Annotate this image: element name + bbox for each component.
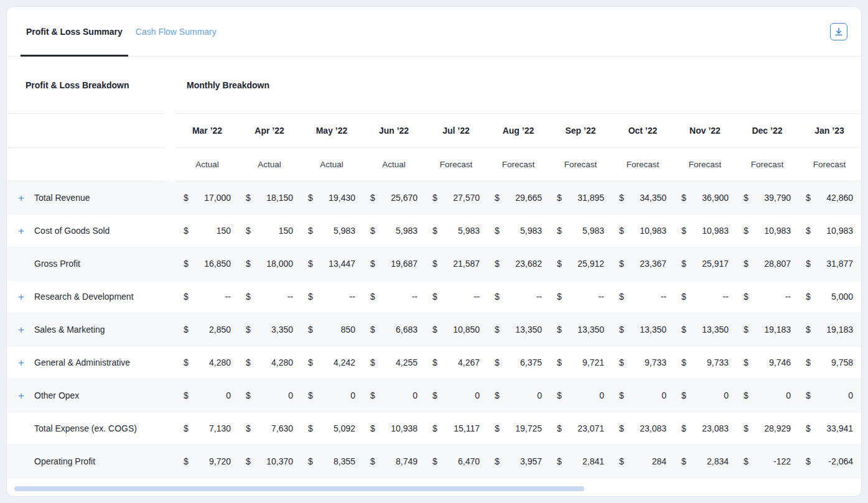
currency-symbol: $	[308, 423, 313, 433]
value-cell: $6,683	[363, 325, 425, 335]
expand-row-icon[interactable]: +	[18, 292, 34, 302]
currency-symbol: $	[619, 292, 624, 302]
amount: 4,255	[396, 358, 418, 367]
currency-symbol: $	[246, 193, 251, 203]
money-value: $0	[495, 390, 542, 400]
money-value: $9,746	[744, 358, 791, 367]
column-month-header: Jun ’22	[363, 114, 425, 148]
download-button[interactable]	[830, 23, 847, 40]
money-value: $850	[308, 325, 355, 335]
month-header-row: Mar ’22Apr ’22May ’22Jun ’22Jul ’22Aug ’…	[7, 114, 861, 148]
value-cell: $5,983	[363, 226, 425, 236]
value-cell: $0	[798, 390, 861, 400]
money-value: $5,092	[308, 423, 355, 433]
currency-symbol: $	[308, 193, 313, 203]
money-value: $0	[370, 390, 418, 400]
value-cell: $17,000	[176, 193, 238, 203]
tab-profit-loss-summary[interactable]: Profit & Loss Summary	[21, 7, 128, 56]
currency-symbol: $	[184, 390, 189, 400]
amount: 2,850	[209, 325, 231, 335]
value-cell: $0	[736, 390, 798, 400]
money-value: $16,850	[184, 259, 231, 269]
currency-symbol: $	[308, 226, 313, 236]
value-cell: $0	[301, 390, 363, 400]
amount: 19,687	[391, 259, 418, 269]
value-cell: $18,150	[238, 193, 301, 203]
amount: 4,280	[271, 358, 293, 367]
column-type-header: Actual	[176, 148, 238, 182]
currency-symbol: $	[495, 325, 500, 335]
amount: --	[661, 292, 666, 302]
money-value: $8,749	[370, 456, 418, 466]
amount: 0	[661, 390, 666, 400]
row-label-cell: Gross Profit	[7, 259, 176, 269]
money-value: $0	[308, 390, 355, 400]
amount: 10,370	[266, 456, 293, 466]
value-cell: $850	[301, 325, 363, 335]
column-month-header: Apr ’22	[238, 114, 301, 148]
currency-symbol: $	[432, 456, 437, 466]
row-label-cell: +Cost of Goods Sold	[7, 226, 176, 236]
currency-symbol: $	[370, 259, 375, 269]
money-value: $5,000	[806, 292, 853, 302]
value-cell: $2,850	[176, 325, 238, 335]
money-value: $42,860	[806, 193, 853, 203]
currency-symbol: $	[744, 193, 749, 203]
value-cell: $4,242	[301, 358, 363, 367]
value-cell: $--	[238, 292, 301, 302]
amount: 6,470	[458, 456, 480, 466]
amount: 10,983	[764, 226, 791, 236]
expand-row-icon[interactable]: +	[18, 325, 34, 335]
tab-cash-flow-summary[interactable]: Cash Flow Summary	[130, 7, 222, 56]
currency-symbol: $	[806, 390, 811, 400]
amount: 13,350	[577, 325, 604, 335]
currency-symbol: $	[308, 358, 313, 367]
amount: 18,150	[266, 193, 293, 203]
amount: 9,758	[831, 358, 853, 367]
money-value: $36,900	[681, 193, 729, 203]
money-value: $150	[246, 226, 293, 236]
amount: 23,071	[577, 423, 604, 433]
expand-row-icon[interactable]: +	[18, 226, 34, 236]
value-cell: $--	[487, 292, 549, 302]
row-label: Sales & Marketing	[34, 325, 105, 335]
money-value: $8,355	[308, 456, 355, 466]
money-value: $6,375	[495, 358, 542, 367]
money-value: $13,350	[557, 325, 604, 335]
row-label-cell: +Other Opex	[7, 390, 176, 401]
money-value: $--	[619, 292, 666, 302]
currency-symbol: $	[184, 292, 189, 302]
currency-symbol: $	[557, 259, 562, 269]
amount: 9,746	[769, 358, 791, 367]
expand-row-icon[interactable]: +	[18, 193, 34, 203]
money-value: $33,941	[806, 423, 853, 433]
currency-symbol: $	[619, 456, 624, 466]
currency-symbol: $	[619, 325, 624, 335]
expand-row-icon[interactable]: +	[18, 390, 34, 401]
value-cell: $15,117	[425, 423, 487, 433]
value-cell: $28,929	[736, 423, 798, 433]
money-value: $2,834	[681, 456, 729, 466]
amount: 150	[217, 226, 231, 236]
money-value: $28,929	[744, 423, 791, 433]
money-value: $13,350	[619, 325, 666, 335]
money-value: $34,350	[619, 193, 666, 203]
amount: 9,721	[582, 358, 604, 367]
money-value: $3,957	[495, 456, 542, 466]
horizontal-scrollbar[interactable]	[14, 486, 584, 491]
money-value: $--	[246, 292, 293, 302]
currency-symbol: $	[370, 423, 375, 433]
value-cell: $6,375	[487, 358, 549, 367]
money-value: $25,670	[370, 193, 418, 203]
value-cell: $4,267	[425, 358, 487, 367]
value-cell: $4,280	[238, 358, 301, 367]
money-value: $19,183	[744, 325, 791, 335]
value-cell: $23,682	[487, 259, 549, 269]
value-cell: $8,355	[301, 456, 363, 466]
amount: 4,267	[458, 358, 480, 367]
money-value: $10,983	[681, 226, 729, 236]
expand-row-icon[interactable]: +	[18, 358, 34, 368]
amount: 23,682	[515, 259, 542, 269]
money-value: $19,687	[370, 259, 418, 269]
currency-symbol: $	[619, 226, 624, 236]
